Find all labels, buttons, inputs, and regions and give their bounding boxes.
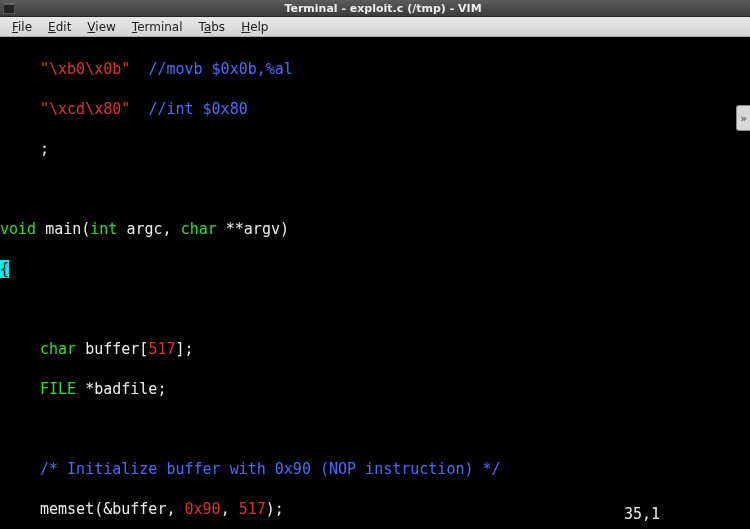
menu-terminal[interactable]: Terminal	[124, 20, 191, 34]
menu-help[interactable]: Help	[233, 20, 276, 34]
menu-edit[interactable]: Edit	[40, 20, 79, 34]
window-titlebar: Terminal - exploit.c (/tmp) - VIM	[0, 0, 750, 17]
code-line: char buffer[517];	[0, 339, 750, 359]
code-line: {	[0, 259, 750, 279]
menubar: File Edit View Terminal Tabs Help	[0, 17, 750, 37]
menu-tabs[interactable]: Tabs	[191, 20, 234, 34]
terminal-viewport[interactable]: "\xb0\x0b" //movb $0x0b,%al "\xcd\x80" /…	[0, 37, 750, 529]
code-line	[0, 179, 750, 199]
terminal-app-icon	[2, 1, 16, 15]
code-line	[0, 299, 750, 319]
code-line	[0, 419, 750, 439]
svg-rect-1	[4, 3, 14, 5]
code-line: void main(int argc, char **argv)	[0, 219, 750, 239]
brace-highlight: {	[0, 260, 9, 278]
code-line: ;	[0, 139, 750, 159]
panel-expand-tab[interactable]: »	[736, 105, 750, 131]
menu-view[interactable]: View	[79, 20, 123, 34]
code-line: "\xcd\x80" //int $0x80	[0, 99, 750, 119]
chevron-right-icon: »	[740, 112, 747, 125]
vim-cursor-position: 35,1	[624, 505, 660, 523]
menu-file[interactable]: File	[4, 20, 40, 34]
code-line: FILE *badfile;	[0, 379, 750, 399]
window-title: Terminal - exploit.c (/tmp) - VIM	[16, 2, 750, 15]
code-line: "\xb0\x0b" //movb $0x0b,%al	[0, 59, 750, 79]
code-line: /* Initialize buffer with 0x90 (NOP inst…	[0, 459, 750, 479]
